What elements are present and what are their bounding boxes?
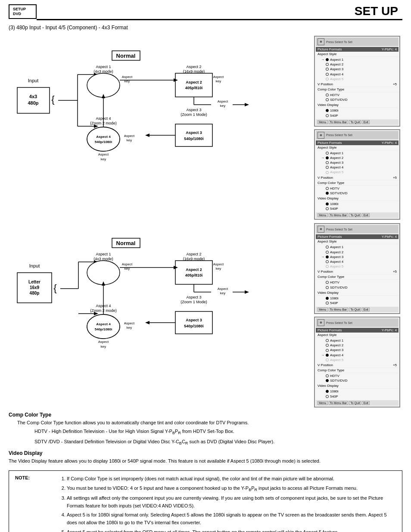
page-title: SET UP xyxy=(37,4,402,20)
osd-title-1: Picture Formats Y-PbPc: 4 xyxy=(316,47,399,52)
svg-point-18 xyxy=(87,73,120,97)
svg-text:405p/810i: 405p/810i xyxy=(185,86,203,90)
osd-aspect-style-2: Aspect Style xyxy=(316,145,399,150)
sdtv-text: SDTV /DVD - Standard Definition Televisi… xyxy=(34,438,402,447)
press-text-1: Press Select To Set xyxy=(326,40,352,44)
osd-aspect-style-3: Aspect Style xyxy=(316,239,399,244)
osd-video-opts-3: 1080i 540P xyxy=(316,296,399,306)
osd-panels-1: ⊕ Press Select To Set Picture Formats Y-… xyxy=(314,36,402,220)
osd-vpos-2: V Position +5 xyxy=(316,175,399,180)
svg-text:Letter: Letter xyxy=(28,280,40,284)
svg-text:540p/1080i: 540p/1080i xyxy=(184,137,204,141)
osd-options-4: Aspect 1 Aspect 2 Aspect 3 →Aspect 4 Asp… xyxy=(316,338,399,363)
diagram1-wrapper: 4x3 480p Input { Normal Aspec xyxy=(9,36,402,220)
osd-video-opts-2: 1080i 540P xyxy=(316,201,399,212)
svg-text:Aspect 3: Aspect 3 xyxy=(186,131,202,135)
svg-text:Aspect: Aspect xyxy=(218,100,228,103)
osd-options-1: →Aspect 1 Aspect 2 Aspect 3 Aspect 4 Asp… xyxy=(316,57,399,82)
diagram2-wrapper: Letter 16x9 480p Input { Normal Aspect xyxy=(9,223,402,407)
osd-header-1: ⊕ Press Select To Set xyxy=(316,37,399,46)
svg-rect-74 xyxy=(175,261,212,284)
note-list: If Comp Color Type is set improperly (do… xyxy=(67,475,396,532)
comp-color-section: Comp Color Type The Comp Color Type func… xyxy=(9,412,402,447)
press-text-2: Press Select To Set xyxy=(326,134,352,137)
diagram1-left: 4x3 480p Input { Normal Aspec xyxy=(9,36,311,220)
svg-text:Aspect: Aspect xyxy=(213,75,224,79)
svg-text:Aspect: Aspect xyxy=(122,75,133,79)
comp-color-body: The Comp Color Type function allows you … xyxy=(17,419,402,426)
comp-color-heading: Comp Color Type xyxy=(9,412,402,418)
diagram2-svg: Letter 16x9 480p Input { Normal Aspect xyxy=(9,223,258,357)
svg-rect-96 xyxy=(175,311,212,334)
svg-text:405p/810i: 405p/810i xyxy=(185,273,203,277)
svg-marker-33 xyxy=(245,103,249,106)
svg-text:Input: Input xyxy=(28,78,38,83)
svg-text:Aspect: Aspect xyxy=(98,340,109,344)
osd-comp-3: Comp Color Type xyxy=(316,274,399,280)
osd-title-4: Picture Formats Y-PbPc: 4 xyxy=(316,328,399,333)
osd-comp-opts-4: HDTV SDTV/DVD xyxy=(316,373,399,383)
osd-comp-opts-1: HDTV SDTV/DVD xyxy=(316,92,399,103)
svg-text:Input: Input xyxy=(29,263,40,268)
svg-point-52 xyxy=(87,127,120,151)
note-item-2: You must be tuned to VIDEO: 4 or 5 input… xyxy=(67,485,396,493)
osd-panel-1: ⊕ Press Select To Set Picture Formats Y-… xyxy=(314,36,400,127)
osd-menubar-1: Menu To Menu Bar To Quit Exit xyxy=(316,119,399,125)
note-label: NOTE: xyxy=(15,475,41,532)
setup-logo: SETUP DVD xyxy=(9,4,37,19)
osd-title-2: Picture Formats Y-PbPc: 4 xyxy=(316,140,399,145)
osd-comp-4: Comp Color Type xyxy=(316,368,399,373)
dvd-logo: DVD xyxy=(13,12,32,16)
svg-text:Aspect 1: Aspect 1 xyxy=(96,65,111,69)
osd-icon-2: ⊕ xyxy=(318,132,324,139)
osd-options-2: Aspect 1 →Aspect 2 Aspect 3 Aspect 4 Asp… xyxy=(316,150,399,175)
svg-text:540p/1080i: 540p/1080i xyxy=(184,324,204,328)
svg-text:480p: 480p xyxy=(28,100,38,106)
osd-video-4: Video Display xyxy=(316,383,399,389)
osd-header-2: ⊕ Press Select To Set xyxy=(316,131,399,140)
svg-marker-88 xyxy=(245,290,249,294)
svg-point-107 xyxy=(87,314,120,339)
note-box: NOTE: If Comp Color Type is set improper… xyxy=(9,470,402,532)
svg-text:Aspect 3: Aspect 3 xyxy=(186,108,201,112)
svg-text:key: key xyxy=(127,326,132,330)
page-container: SETUP DVD SET UP (3) 480p Input - Input … xyxy=(0,0,411,532)
svg-text:Aspect 2: Aspect 2 xyxy=(186,80,202,84)
svg-text:key: key xyxy=(216,267,221,271)
osd-vpos-1: V Position +5 xyxy=(316,82,399,87)
svg-text:540p/1080i: 540p/1080i xyxy=(95,327,112,331)
svg-text:key: key xyxy=(220,104,225,108)
osd-vpos-4: V Position +5 xyxy=(316,363,399,368)
header: SETUP DVD SET UP xyxy=(9,4,402,20)
osd-comp-opts-2: HDTV SDTV/DVD xyxy=(316,186,399,196)
osd-panel-4: ⊕ Press Select To Set Picture Formats Y-… xyxy=(314,317,400,408)
diagram2-left: Letter 16x9 480p Input { Normal Aspect xyxy=(9,223,311,407)
osd-menubar-4: Menu To Menu Bar To Quit Exit xyxy=(316,400,399,406)
svg-text:key: key xyxy=(101,345,106,348)
svg-text:key: key xyxy=(101,157,106,161)
osd-video-opts-1: 1080i 540P xyxy=(316,108,399,118)
osd-video-1: Video Display xyxy=(316,103,399,108)
svg-text:(Zoom 1 Mode): (Zoom 1 Mode) xyxy=(181,112,207,117)
svg-text:Aspect 3: Aspect 3 xyxy=(186,295,201,299)
svg-text:16x9: 16x9 xyxy=(30,285,40,290)
osd-icon-4: ⊕ xyxy=(318,319,324,326)
video-display-section: Video Display The Video Display feature … xyxy=(9,450,402,465)
osd-panels-2: ⊕ Press Select To Set Picture Formats Y-… xyxy=(314,223,402,407)
svg-point-73 xyxy=(87,261,120,285)
svg-text:Aspect 4: Aspect 4 xyxy=(96,322,111,326)
svg-text:Aspect: Aspect xyxy=(213,262,224,266)
osd-menubar-3: Menu To Menu Bar To Quit Exit xyxy=(316,307,399,312)
svg-rect-41 xyxy=(175,124,212,146)
svg-text:Normal: Normal xyxy=(116,240,136,246)
osd-title-3: Picture Formats Y-PbPc: 4 xyxy=(316,234,399,239)
osd-panel-3: ⊕ Press Select To Set Picture Formats Y-… xyxy=(314,223,400,314)
osd-header-3: ⊕ Press Select To Set xyxy=(316,225,399,233)
svg-text:Aspect 2: Aspect 2 xyxy=(186,268,202,272)
press-text-3: Press Select To Set xyxy=(326,228,352,231)
osd-icon-3: ⊕ xyxy=(318,226,324,233)
osd-video-opts-4: 1080i 540P xyxy=(316,389,399,399)
note-item-1: If Comp Color Type is set improperly (do… xyxy=(67,475,396,483)
osd-panel-2: ⊕ Press Select To Set Picture Formats Y-… xyxy=(314,129,400,220)
section-title: (3) 480p Input - Input 4/5 (Component) -… xyxy=(9,25,402,31)
